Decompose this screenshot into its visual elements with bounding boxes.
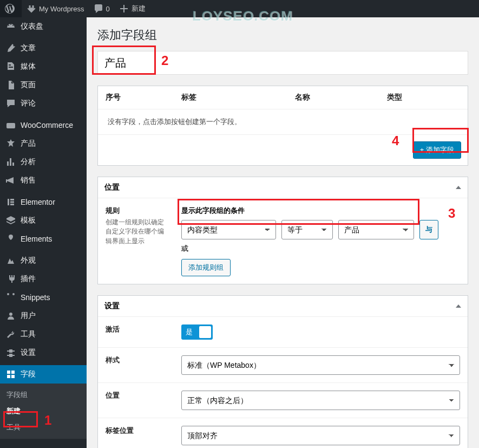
fields-submenu: 字段组 新建 工具	[0, 384, 87, 439]
or-label: 或	[181, 244, 460, 254]
location-card: 位置 规则 创建一组规则以确定自定义字段在哪个编辑界面上显示 显示此字段组的条件…	[97, 177, 468, 284]
menu-settings[interactable]: 设置	[0, 343, 87, 362]
menu-label: Elements	[21, 235, 52, 243]
position-select[interactable]: 正常（内容之后）	[181, 391, 460, 410]
menu-label: WooCommerce	[21, 121, 73, 129]
menu-woocommerce[interactable]: WooCommerce	[0, 116, 87, 134]
menu-fields[interactable]: 字段	[0, 365, 87, 384]
fields-table-head: 序号 标签 名称 类型	[98, 86, 468, 109]
menu-pages[interactable]: 页面	[0, 76, 87, 94]
menu-label: 用户	[21, 311, 36, 321]
annotation-2: 2	[161, 53, 168, 68]
menu-label: 媒体	[21, 62, 36, 72]
rule-param-select[interactable]: 内容类型	[181, 220, 276, 239]
annotation-1: 1	[44, 413, 51, 428]
menu-label: 销售	[21, 176, 36, 185]
menu-label: 字段	[21, 369, 36, 379]
rule-value-select[interactable]: 产品	[338, 220, 414, 239]
menu-snippets[interactable]: Snippets	[0, 288, 87, 307]
collapse-icon[interactable]	[456, 304, 461, 308]
new-link[interactable]: 新建	[114, 0, 150, 17]
new-label: 新建	[132, 4, 146, 14]
label-position-label: 标签位置	[106, 426, 166, 436]
rules-label: 规则	[106, 206, 166, 216]
menu-dashboard[interactable]: 仪表盘	[0, 17, 87, 36]
location-title: 位置	[104, 183, 120, 192]
comments-link[interactable]: 0	[89, 0, 114, 17]
menu-label: Snippets	[21, 293, 50, 302]
site-name: My Wordpress	[39, 5, 84, 13]
menu-label: Elementor	[21, 198, 55, 206]
menu-products[interactable]: 产品	[0, 134, 87, 153]
menu-tools[interactable]: 工具	[0, 325, 87, 343]
wp-logo[interactable]	[0, 0, 22, 17]
position-label: 位置	[106, 391, 166, 400]
label-position-select[interactable]: 顶部对齐	[181, 426, 460, 445]
col-type: 类型	[379, 86, 468, 109]
menu-label: 外观	[21, 256, 36, 265]
menu-label: 设置	[21, 348, 36, 358]
svg-rect-0	[6, 123, 15, 128]
menu-marketing[interactable]: 销售	[0, 171, 87, 190]
field-group-title-input[interactable]	[97, 51, 468, 75]
menu-appearance[interactable]: 外观	[0, 251, 87, 270]
rule-head: 显示此字段组的条件	[181, 206, 460, 216]
menu-elementor[interactable]: Elementor	[0, 193, 87, 211]
menu-label: 产品	[21, 139, 36, 148]
menu-label: 模板	[21, 216, 36, 225]
active-label: 激活	[106, 324, 166, 334]
sub-tools[interactable]: 工具	[0, 419, 87, 436]
menu-label: 页面	[21, 80, 36, 90]
fields-card: 序号 标签 名称 类型 没有字段，点击添加按钮创建第一个字段。 + 添加字段	[97, 86, 468, 166]
toggle-text: 是	[186, 327, 193, 337]
admin-toolbar: My Wordpress 0 新建	[0, 0, 479, 17]
settings-title: 设置	[104, 301, 120, 311]
style-label: 样式	[106, 355, 166, 365]
col-name: 名称	[287, 86, 379, 109]
menu-plugins[interactable]: 插件	[0, 270, 87, 288]
empty-message: 没有字段，点击添加按钮创建第一个字段。	[98, 109, 468, 134]
content-area: 添加字段组 序号 标签 名称 类型 没有字段，点击添加按钮创建第一个字段。 + …	[87, 17, 479, 448]
admin-sidebar: 仪表盘 文章 媒体 页面 评论 WooCommerce 产品 分析 销售 Ele…	[0, 17, 87, 448]
menu-label: 仪表盘	[21, 22, 43, 31]
menu-elements[interactable]: Elements	[0, 230, 87, 248]
menu-label: 文章	[21, 43, 36, 53]
menu-comments[interactable]: 评论	[0, 94, 87, 113]
menu-label: 评论	[21, 99, 36, 108]
add-and-button[interactable]: 与	[419, 220, 438, 239]
menu-templates[interactable]: 模板	[0, 211, 87, 230]
collapse-icon[interactable]	[456, 186, 461, 189]
menu-media[interactable]: 媒体	[0, 57, 87, 76]
annotation-4: 4	[392, 133, 399, 148]
menu-label: 插件	[21, 274, 36, 284]
settings-card: 设置 激活 是 样式 标准（WP Metabox） 位置 正常（内容之后） 标签…	[97, 295, 468, 448]
menu-analytics[interactable]: 分析	[0, 153, 87, 171]
active-toggle[interactable]: 是	[181, 324, 213, 340]
style-select[interactable]: 标准（WP Metabox）	[181, 355, 460, 375]
sub-add-new[interactable]: 新建	[0, 403, 87, 419]
annotation-3: 3	[448, 206, 455, 221]
add-field-button[interactable]: + 添加字段	[413, 141, 461, 159]
menu-posts[interactable]: 文章	[0, 39, 87, 57]
rules-desc: 创建一组规则以确定自定义字段在哪个编辑界面上显示	[106, 218, 164, 245]
menu-label: 工具	[21, 329, 36, 339]
page-title: 添加字段组	[97, 27, 468, 43]
menu-label: 分析	[21, 157, 36, 167]
col-order: 序号	[98, 86, 174, 109]
menu-users[interactable]: 用户	[0, 307, 87, 325]
col-label: 标签	[174, 86, 287, 109]
comments-count: 0	[106, 5, 110, 13]
add-rule-group-button[interactable]: 添加规则组	[181, 259, 231, 276]
site-link[interactable]: My Wordpress	[22, 0, 89, 17]
sub-field-groups[interactable]: 字段组	[0, 387, 87, 403]
rule-operator-select[interactable]: 等于	[281, 220, 333, 239]
